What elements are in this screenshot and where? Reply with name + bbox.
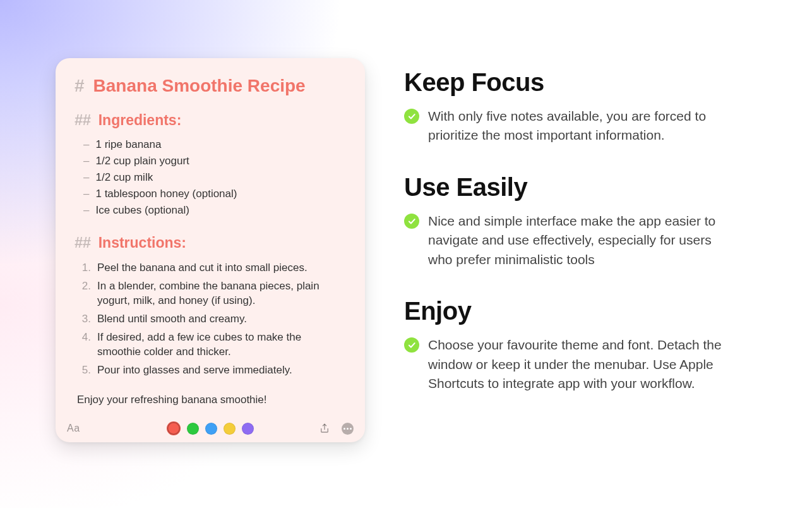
- list-item: 1/2 cup plain yogurt: [75, 153, 346, 169]
- check-icon: [404, 109, 419, 124]
- theme-color-blue[interactable]: [205, 423, 217, 435]
- features-column: Keep Focus With only five notes availabl…: [404, 68, 758, 421]
- list-item: 1/2 cup milk: [75, 169, 346, 186]
- note-card: # Banana Smoothie Recipe ## Ingredients:…: [56, 58, 365, 442]
- ellipsis-icon: [342, 423, 354, 435]
- feature-title: Use Easily: [404, 173, 758, 202]
- list-item: In a blender, combine the banana pieces,…: [75, 277, 346, 310]
- feature-title: Enjoy: [404, 297, 758, 325]
- check-icon: [404, 214, 419, 229]
- check-icon: [404, 337, 419, 353]
- list-item: Pour into glasses and serve immediately.: [75, 361, 346, 380]
- feature-body: Choose your favourite theme and font. De…: [428, 336, 731, 393]
- md-h2-hash: ##: [75, 111, 91, 129]
- feature-title: Keep Focus: [404, 68, 758, 97]
- ingredients-list: 1 ripe banana 1/2 cup plain yogurt 1/2 c…: [75, 136, 346, 219]
- ingredient-text: 1 tablespoon honey (optional): [95, 188, 237, 200]
- note-toolbar: Aa: [56, 414, 365, 442]
- instruction-text: In a blender, combine the banana pieces,…: [97, 279, 346, 308]
- instructions-heading: Instructions:: [99, 234, 186, 251]
- theme-color-picker: [167, 421, 254, 435]
- list-item: If desired, add a few ice cubes to make …: [75, 329, 346, 361]
- more-button[interactable]: [342, 423, 354, 435]
- feature-body: With only five notes available, you are …: [428, 107, 731, 145]
- feature-block: Enjoy Choose your favourite theme and fo…: [404, 297, 758, 393]
- list-item: 1 tablespoon honey (optional): [75, 186, 346, 202]
- ingredient-text: 1 ripe banana: [95, 138, 161, 151]
- list-item: Peel the banana and cut it into small pi…: [75, 259, 346, 277]
- share-button[interactable]: [319, 423, 330, 434]
- closing-line: Enjoy your refreshing banana smoothie!: [75, 394, 346, 406]
- md-h2-hash: ##: [75, 234, 91, 251]
- font-button[interactable]: Aa: [67, 423, 80, 434]
- theme-color-red[interactable]: [167, 421, 181, 435]
- list-item: 1 ripe banana: [75, 136, 346, 153]
- note-title: Banana Smoothie Recipe: [93, 76, 306, 96]
- instruction-text: Blend until smooth and creamy.: [97, 312, 247, 327]
- ingredients-heading-line: ## Ingredients:: [75, 111, 346, 129]
- note-title-line: # Banana Smoothie Recipe: [75, 76, 346, 96]
- theme-color-green[interactable]: [187, 423, 199, 435]
- ingredients-heading: Ingredients:: [99, 112, 182, 129]
- feature-block: Use Easily Nice and simple interface mak…: [404, 173, 758, 269]
- instruction-text: Pour into glasses and serve immediately.: [97, 363, 292, 378]
- theme-color-purple[interactable]: [242, 423, 254, 435]
- feature-block: Keep Focus With only five notes availabl…: [404, 68, 758, 145]
- theme-color-yellow[interactable]: [224, 423, 236, 435]
- ingredient-text: Ice cubes (optional): [95, 204, 189, 217]
- list-item: Blend until smooth and creamy.: [75, 310, 346, 329]
- ingredient-text: 1/2 cup milk: [95, 171, 153, 184]
- instructions-list: Peel the banana and cut it into small pi…: [75, 259, 346, 380]
- list-item: Ice cubes (optional): [75, 202, 346, 219]
- ingredient-text: 1/2 cup plain yogurt: [95, 155, 189, 167]
- md-h1-hash: #: [75, 76, 85, 96]
- instruction-text: Peel the banana and cut it into small pi…: [97, 261, 307, 275]
- instruction-text: If desired, add a few ice cubes to make …: [97, 330, 346, 360]
- instructions-heading-line: ## Instructions:: [75, 234, 346, 251]
- feature-body: Nice and simple interface make the app e…: [428, 212, 731, 269]
- share-icon: [319, 423, 330, 434]
